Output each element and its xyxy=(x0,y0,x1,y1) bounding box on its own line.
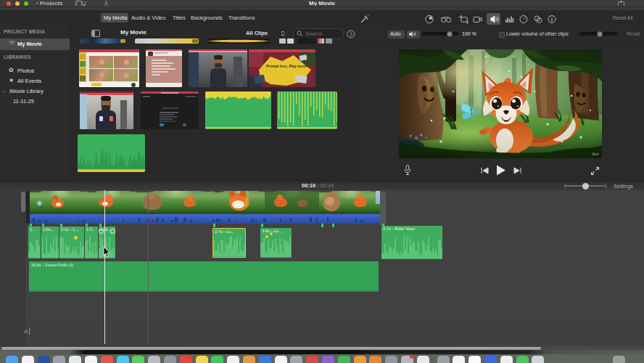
svg-text:Veo: Veo xyxy=(592,152,598,156)
